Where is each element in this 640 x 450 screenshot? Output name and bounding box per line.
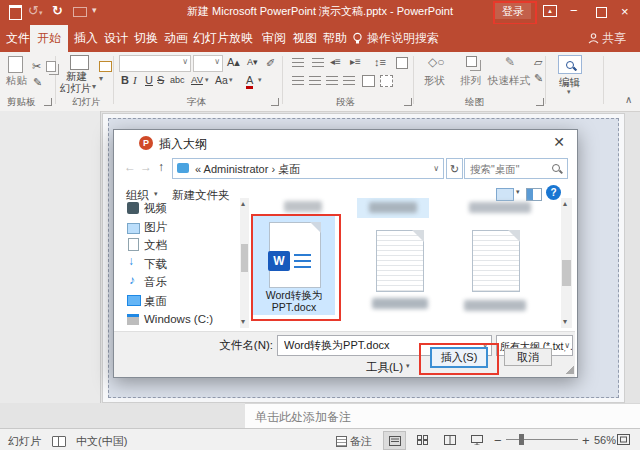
scroll-up-icon[interactable]: ▴: [241, 200, 245, 208]
shape-outline-icon[interactable]: ✎: [534, 72, 543, 85]
shrink-font-icon[interactable]: A▾: [247, 57, 258, 67]
sidebar-scrollbar[interactable]: ▴ ▾: [240, 198, 249, 328]
dialog-close-icon[interactable]: ✕: [553, 134, 565, 150]
signin-button[interactable]: 登录: [495, 3, 531, 19]
close-button[interactable]: ×: [621, 2, 629, 22]
new-slide-dropdown-icon[interactable]: ▾: [92, 82, 96, 91]
zoom-slider-thumb[interactable]: [519, 434, 524, 445]
spacing-dropdown-icon[interactable]: ▾: [205, 76, 209, 84]
font-dialog-launcher-icon[interactable]: [271, 98, 279, 106]
collapse-ribbon-icon[interactable]: ∧: [625, 94, 632, 105]
spellcheck-book-icon[interactable]: [52, 436, 66, 447]
sidebar-item-videos[interactable]: 视频: [144, 200, 167, 216]
paragraph-dialog-launcher-icon[interactable]: [404, 98, 412, 106]
ribbon-display-options-icon[interactable]: ▴: [543, 5, 557, 17]
maximize-button[interactable]: [596, 7, 607, 18]
sidebar-item-documents[interactable]: 文档: [144, 237, 167, 253]
bullets-icon[interactable]: [292, 58, 304, 67]
zoom-level[interactable]: 56%: [594, 434, 616, 446]
document-file-icon[interactable]: [472, 230, 520, 292]
tab-help[interactable]: 帮助: [323, 24, 347, 52]
sidebar-item-windows-c[interactable]: Windows (C:): [144, 311, 213, 327]
word-file-tile[interactable]: W Word转换为 PPT.docx: [253, 216, 335, 315]
scroll-up-icon[interactable]: ▴: [563, 200, 567, 208]
scroll-down-icon[interactable]: ▾: [241, 318, 245, 326]
filetype-dropdown-icon[interactable]: ∨: [564, 341, 570, 350]
format-painter-icon[interactable]: ✎: [33, 76, 42, 89]
increase-indent-icon[interactable]: ▸≡: [350, 56, 361, 67]
scroll-down-icon[interactable]: ▾: [563, 318, 567, 326]
grow-font-icon[interactable]: A▴: [227, 56, 240, 69]
up-icon[interactable]: ↑: [158, 160, 164, 174]
paste-button[interactable]: 粘贴: [6, 74, 27, 88]
address-dropdown-icon[interactable]: ∨: [433, 164, 439, 173]
insert-button[interactable]: 插入(S): [430, 347, 488, 368]
reading-view-button[interactable]: [439, 431, 460, 448]
change-case-icon[interactable]: Aa: [215, 74, 228, 86]
search-box[interactable]: [464, 158, 568, 179]
numbering-icon[interactable]: [312, 58, 324, 67]
forward-icon[interactable]: →: [140, 160, 152, 174]
zoom-in-icon[interactable]: +: [582, 433, 590, 448]
view-mode-icon[interactable]: [496, 188, 514, 201]
bold-button[interactable]: B: [121, 74, 129, 86]
quick-styles-button[interactable]: 快速样式: [488, 74, 530, 88]
italic-button[interactable]: I: [133, 74, 137, 86]
copy-icon[interactable]: [46, 61, 56, 72]
breadcrumb[interactable]: « Administrator › 桌面: [195, 162, 300, 177]
underline-button[interactable]: U: [145, 74, 153, 86]
slide-sorter-view-button[interactable]: [412, 431, 433, 448]
font-color-dropdown-icon[interactable]: ▾: [258, 76, 262, 84]
tab-insert[interactable]: 插入: [74, 24, 98, 52]
font-name-combo[interactable]: ∨: [119, 55, 191, 72]
smartart-convert-icon[interactable]: [380, 75, 393, 87]
align-left-icon[interactable]: [292, 76, 304, 85]
tab-design[interactable]: 设计: [104, 24, 128, 52]
tab-view[interactable]: 视图: [293, 24, 317, 52]
tools-menu[interactable]: 工具(L): [366, 360, 403, 375]
font-size-combo[interactable]: ∨: [193, 55, 223, 72]
back-icon[interactable]: ←: [124, 160, 136, 174]
align-right-icon[interactable]: [326, 76, 338, 85]
address-bar[interactable]: « Administrator › 桌面 ∨: [172, 158, 444, 179]
language-indicator[interactable]: 中文(中国): [76, 434, 127, 449]
organize-dropdown-icon[interactable]: ▾: [154, 190, 158, 198]
share-button[interactable]: 共享: [602, 24, 626, 52]
search-input[interactable]: [468, 160, 552, 177]
case-dropdown-icon[interactable]: ▾: [229, 76, 233, 84]
help-icon[interactable]: ?: [546, 185, 561, 200]
layout-dropdown-icon[interactable]: ▾: [99, 74, 103, 83]
cut-icon[interactable]: ✂: [32, 60, 41, 73]
slideshow-view-button[interactable]: [466, 431, 487, 448]
align-center-icon[interactable]: [309, 76, 321, 85]
character-spacing-icon[interactable]: AV: [191, 74, 203, 85]
scrollbar-thumb[interactable]: [241, 244, 248, 272]
minimize-button[interactable]: −: [570, 1, 578, 21]
strikethrough-button[interactable]: S: [157, 74, 164, 86]
normal-view-button[interactable]: [383, 431, 406, 450]
text-shadow-button[interactable]: abc: [170, 75, 185, 85]
tab-animations[interactable]: 动画: [164, 24, 188, 52]
tools-dropdown-icon[interactable]: ▾: [406, 362, 410, 370]
shapes-button[interactable]: 形状: [424, 74, 445, 88]
clipboard-dialog-launcher-icon[interactable]: [44, 98, 52, 106]
paste-icon[interactable]: [8, 56, 23, 73]
clear-formatting-icon[interactable]: ✐: [266, 57, 275, 70]
shape-fill-icon[interactable]: ▱: [534, 56, 542, 69]
notes-toggle[interactable]: 备注: [350, 434, 372, 449]
new-slide-button-line2[interactable]: 幻灯片: [60, 82, 92, 96]
refresh-button[interactable]: ↻: [446, 158, 463, 179]
line-spacing-icon[interactable]: ↕≡: [374, 56, 386, 68]
text-direction-icon[interactable]: [396, 57, 408, 69]
filelist-scrollbar[interactable]: ▴ ▾: [561, 198, 572, 328]
find-icon[interactable]: [558, 55, 582, 74]
slide-layout-icon[interactable]: [99, 61, 112, 72]
notes-placeholder[interactable]: 单击此处添加备注: [255, 409, 351, 426]
tab-home[interactable]: 开始: [30, 25, 68, 52]
sidebar-item-music[interactable]: 音乐: [144, 274, 167, 290]
new-slide-icon[interactable]: [70, 55, 89, 70]
sidebar-item-pictures[interactable]: 图片: [144, 219, 167, 235]
tell-me-search[interactable]: 操作说明搜索: [367, 24, 439, 52]
resize-grip[interactable]: [566, 366, 574, 374]
cancel-button[interactable]: 取消: [504, 348, 552, 366]
